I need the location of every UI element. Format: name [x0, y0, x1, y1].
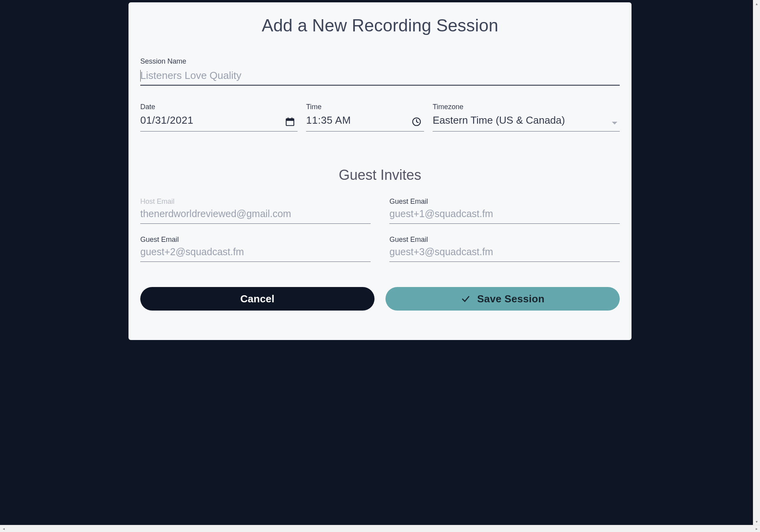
date-input[interactable]: [140, 113, 297, 132]
clock-icon[interactable]: [411, 117, 422, 127]
guest-email-2-field: Guest Email: [140, 236, 371, 262]
host-email-label: Host Email: [140, 197, 371, 206]
check-icon: [461, 294, 471, 304]
guest-email-2-input[interactable]: [140, 245, 371, 262]
time-label: Time: [306, 103, 424, 111]
calendar-icon[interactable]: [285, 117, 295, 127]
host-email-input: [140, 207, 371, 224]
scroll-up-icon[interactable]: ▴: [753, 0, 760, 7]
vertical-scrollbar[interactable]: ▴ ▾: [753, 0, 760, 525]
text-cursor: [140, 70, 141, 82]
session-name-input[interactable]: [140, 67, 620, 86]
scroll-left-icon[interactable]: ◂: [0, 525, 7, 532]
svg-rect-3: [292, 117, 292, 119]
guest-email-2-label: Guest Email: [140, 236, 371, 244]
session-name-label: Session Name: [140, 57, 620, 66]
modal-title: Add a New Recording Session: [140, 16, 620, 35]
guest-email-3-input[interactable]: [389, 245, 620, 262]
svg-rect-1: [286, 119, 294, 121]
time-field: Time: [306, 103, 424, 132]
guest-invites-heading: Guest Invites: [140, 167, 620, 183]
timezone-select[interactable]: Eastern Time (US & Canada): [433, 113, 620, 132]
guest-email-3-label: Guest Email: [389, 236, 620, 244]
svg-rect-2: [288, 117, 288, 119]
host-email-field: Host Email: [140, 197, 371, 224]
guest-email-1-input[interactable]: [389, 207, 620, 224]
time-input[interactable]: [306, 113, 424, 132]
scroll-right-icon[interactable]: ▸: [753, 525, 760, 532]
guest-email-3-field: Guest Email: [389, 236, 620, 262]
date-label: Date: [140, 103, 297, 111]
scroll-down-icon[interactable]: ▾: [753, 518, 760, 525]
timezone-field: Timezone Eastern Time (US & Canada): [433, 103, 620, 132]
chevron-down-icon: [612, 122, 617, 124]
timezone-label: Timezone: [433, 103, 620, 111]
date-field: Date: [140, 103, 297, 132]
cancel-button[interactable]: Cancel: [140, 287, 374, 311]
session-name-field: Session Name: [140, 57, 620, 86]
guest-email-1-label: Guest Email: [389, 197, 620, 206]
save-session-button[interactable]: Save Session: [386, 287, 620, 311]
horizontal-scrollbar[interactable]: ◂ ▸: [0, 525, 760, 532]
save-session-label: Save Session: [477, 293, 544, 305]
add-session-modal: Add a New Recording Session Session Name…: [129, 2, 631, 340]
guest-email-1-field: Guest Email: [389, 197, 620, 224]
